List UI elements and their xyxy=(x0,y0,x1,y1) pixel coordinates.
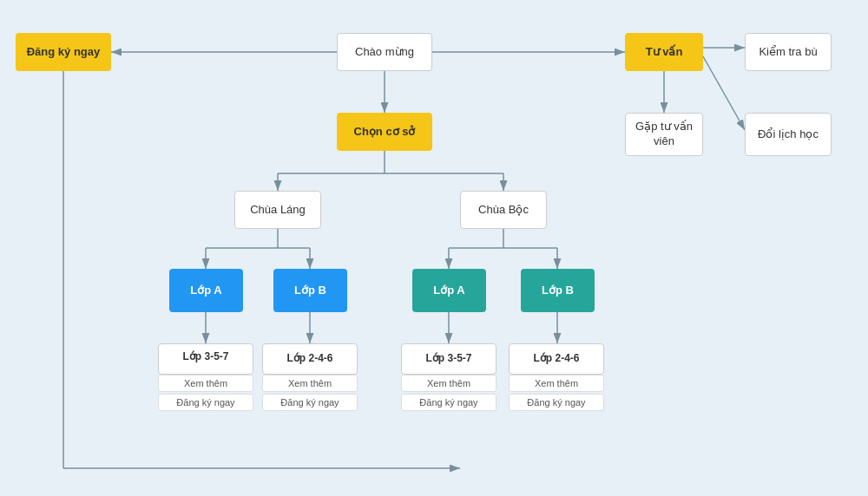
chao-mung-node: Chào mừng xyxy=(337,33,432,71)
xem-them-357-lang[interactable]: Xem thêm xyxy=(158,375,253,392)
actions-357-lang: Xem thêm Đăng ký ngay xyxy=(158,375,253,411)
lich-246-boc-node: Lớp 2-4-6 xyxy=(509,343,604,375)
chon-co-so-node[interactable]: Chọn cơ sở xyxy=(337,113,432,151)
xem-them-246-lang[interactable]: Xem thêm xyxy=(262,375,358,392)
dang-ky-357-lang[interactable]: Đăng ký ngay xyxy=(158,394,253,411)
dang-ky-246-lang[interactable]: Đăng ký ngay xyxy=(262,394,358,411)
actions-246-lang: Xem thêm Đăng ký ngay xyxy=(262,375,358,411)
lop-a-boc-node[interactable]: Lớp A xyxy=(412,269,486,312)
lop-b-lang-node[interactable]: Lớp B xyxy=(273,269,347,312)
connector-lines xyxy=(0,0,868,496)
lich-357-boc-node: Lớp 3-5-7 xyxy=(401,343,496,375)
dang-ky-246-boc[interactable]: Đăng ký ngay xyxy=(509,394,604,411)
svg-line-5 xyxy=(703,56,745,130)
lop-b-boc-node[interactable]: Lớp B xyxy=(521,269,595,312)
lich-357-lang-node: Lớp 3-5-7 xyxy=(158,343,253,375)
lop-a-lang-node[interactable]: Lớp A xyxy=(169,269,243,312)
gap-tu-van-vien-node: Gặp tư vấn viên xyxy=(625,113,703,156)
kiem-tra-bu-node: Kiểm tra bù xyxy=(745,33,832,71)
xem-them-357-boc[interactable]: Xem thêm xyxy=(401,375,496,392)
chua-lang-node: Chùa Láng xyxy=(234,191,321,229)
xem-them-246-boc[interactable]: Xem thêm xyxy=(509,375,604,392)
chua-boc-node: Chùa Bộc xyxy=(460,191,547,229)
lich-246-lang-node: Lớp 2-4-6 xyxy=(262,343,358,375)
actions-357-boc: Xem thêm Đăng ký ngay xyxy=(401,375,496,411)
actions-246-boc: Xem thêm Đăng ký ngay xyxy=(509,375,604,411)
doi-lich-hoc-node: Đổi lịch học xyxy=(745,113,832,156)
dang-ky-ngay-top-node[interactable]: Đăng ký ngay xyxy=(16,33,111,71)
tu-van-node[interactable]: Tư vấn xyxy=(625,33,703,71)
dang-ky-357-boc[interactable]: Đăng ký ngay xyxy=(401,394,496,411)
diagram-container: Chào mừng Đăng ký ngay Tư vấn Kiểm tra b… xyxy=(0,0,868,496)
